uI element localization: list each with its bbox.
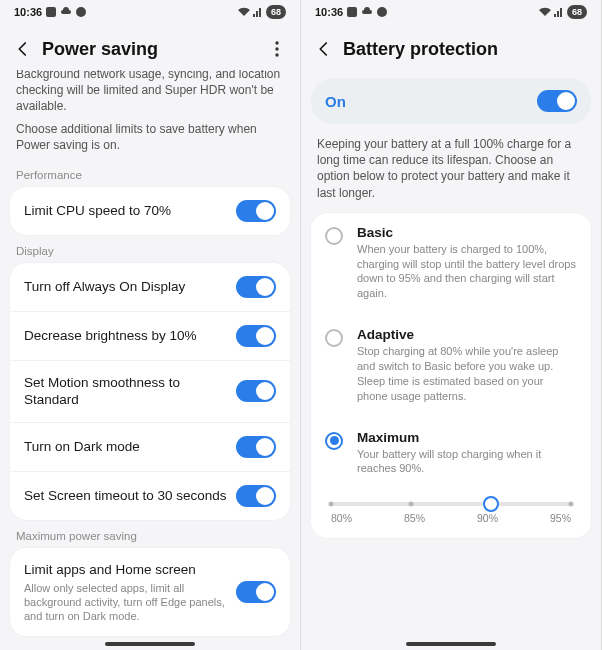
section-display: Display <box>0 235 300 263</box>
svg-point-2 <box>275 41 278 44</box>
content: Background network usage, syncing, and l… <box>0 70 300 650</box>
screen-battery-protection: 10:36 68 Battery protection On Keeping y… <box>301 0 602 650</box>
radio-maximum[interactable] <box>325 432 343 450</box>
toggle-dark-mode[interactable] <box>236 436 276 458</box>
page-title: Battery protection <box>343 39 589 60</box>
toggle-screen-timeout[interactable] <box>236 485 276 507</box>
screen-power-saving: 10:36 68 Power saving Background network… <box>0 0 301 650</box>
description-text: Keeping your battery at a full 100% char… <box>301 136 601 213</box>
whatsapp-icon <box>377 7 387 17</box>
content: On Keeping your battery at a full 100% c… <box>301 70 601 650</box>
toggle-brightness[interactable] <box>236 325 276 347</box>
slider-tick <box>569 502 574 507</box>
master-toggle-row[interactable]: On <box>311 78 591 124</box>
option-desc: Your battery will stop charging when it … <box>357 447 577 477</box>
home-indicator[interactable] <box>406 642 496 646</box>
row-label: Set Screen timeout to 30 seconds <box>24 487 228 505</box>
on-label: On <box>325 93 537 110</box>
row-label: Turn on Dark mode <box>24 438 228 456</box>
more-options-button[interactable] <box>266 41 288 57</box>
gallery-icon <box>46 7 56 17</box>
wifi-icon <box>238 7 250 17</box>
row-dark-mode[interactable]: Turn on Dark mode <box>10 423 290 472</box>
slider-label: 85% <box>404 512 425 524</box>
option-basic[interactable]: Basic When your battery is charged to 10… <box>311 213 591 315</box>
row-label: Decrease brightness by 10% <box>24 327 228 345</box>
row-screen-timeout[interactable]: Set Screen timeout to 30 seconds <box>10 472 290 520</box>
status-bar: 10:36 68 <box>301 0 601 24</box>
card-options: Basic When your battery is charged to 10… <box>311 213 591 538</box>
svg-point-6 <box>377 7 387 17</box>
battery-level: 68 <box>266 5 286 19</box>
radio-adaptive[interactable] <box>325 329 343 347</box>
section-max-power-saving: Maximum power saving <box>0 520 300 548</box>
row-brightness[interactable]: Decrease brightness by 10% <box>10 312 290 361</box>
description-text: Background network usage, syncing, and l… <box>0 70 300 121</box>
cloud-icon <box>60 7 72 17</box>
wifi-icon <box>539 7 551 17</box>
row-label: Limit apps and Home screen <box>24 561 228 579</box>
header: Battery protection <box>301 24 601 70</box>
charge-limit-slider[interactable]: 80% 85% 90% 95% <box>311 490 591 538</box>
signal-icon <box>253 7 263 17</box>
toggle-limit-cpu[interactable] <box>236 200 276 222</box>
toggle-limit-apps[interactable] <box>236 581 276 603</box>
option-title: Adaptive <box>357 327 577 342</box>
row-aod[interactable]: Turn off Always On Display <box>10 263 290 312</box>
battery-level: 68 <box>567 5 587 19</box>
status-bar: 10:36 68 <box>0 0 300 24</box>
option-desc: Stop charging at 80% while you're asleep… <box>357 344 577 403</box>
option-maximum[interactable]: Maximum Your battery will stop charging … <box>311 418 591 491</box>
option-title: Maximum <box>357 430 577 445</box>
slider-labels: 80% 85% 90% 95% <box>331 512 571 524</box>
slider-label: 90% <box>477 512 498 524</box>
gallery-icon <box>347 7 357 17</box>
whatsapp-icon <box>76 7 86 17</box>
back-button[interactable] <box>12 38 34 60</box>
slider-label: 95% <box>550 512 571 524</box>
svg-rect-5 <box>347 7 357 17</box>
option-title: Basic <box>357 225 577 240</box>
card-display: Turn off Always On Display Decrease brig… <box>10 263 290 520</box>
option-desc: When your battery is charged to 100%, ch… <box>357 242 577 301</box>
toggle-aod[interactable] <box>236 276 276 298</box>
home-indicator[interactable] <box>105 642 195 646</box>
row-limit-cpu[interactable]: Limit CPU speed to 70% <box>10 187 290 235</box>
signal-icon <box>554 7 564 17</box>
slider-label: 80% <box>331 512 352 524</box>
svg-point-1 <box>76 7 86 17</box>
option-adaptive[interactable]: Adaptive Stop charging at 80% while you'… <box>311 315 591 417</box>
svg-rect-0 <box>46 7 56 17</box>
row-limit-apps[interactable]: Limit apps and Home screen Allow only se… <box>10 548 290 636</box>
slider-thumb[interactable] <box>483 496 499 512</box>
toggle-battery-protection[interactable] <box>537 90 577 112</box>
slider-track[interactable] <box>331 502 571 506</box>
svg-point-3 <box>275 47 278 50</box>
row-label: Turn off Always On Display <box>24 278 228 296</box>
radio-basic[interactable] <box>325 227 343 245</box>
toggle-motion-smoothness[interactable] <box>236 380 276 402</box>
row-motion-smoothness[interactable]: Set Motion smoothness to Standard <box>10 361 290 423</box>
row-label: Set Motion smoothness to Standard <box>24 374 228 409</box>
slider-tick <box>408 502 413 507</box>
page-title: Power saving <box>42 39 266 60</box>
description-text-2: Choose additional limits to save battery… <box>0 121 300 159</box>
row-sublabel: Allow only selected apps, limit all back… <box>24 581 228 624</box>
cloud-icon <box>361 7 373 17</box>
slider-tick <box>329 502 334 507</box>
back-button[interactable] <box>313 38 335 60</box>
time-label: 10:36 <box>315 6 343 18</box>
section-performance: Performance <box>0 159 300 187</box>
header: Power saving <box>0 24 300 70</box>
row-label: Limit CPU speed to 70% <box>24 202 228 220</box>
card-performance: Limit CPU speed to 70% <box>10 187 290 235</box>
card-max-power-saving: Limit apps and Home screen Allow only se… <box>10 548 290 636</box>
time-label: 10:36 <box>14 6 42 18</box>
svg-point-4 <box>275 53 278 56</box>
